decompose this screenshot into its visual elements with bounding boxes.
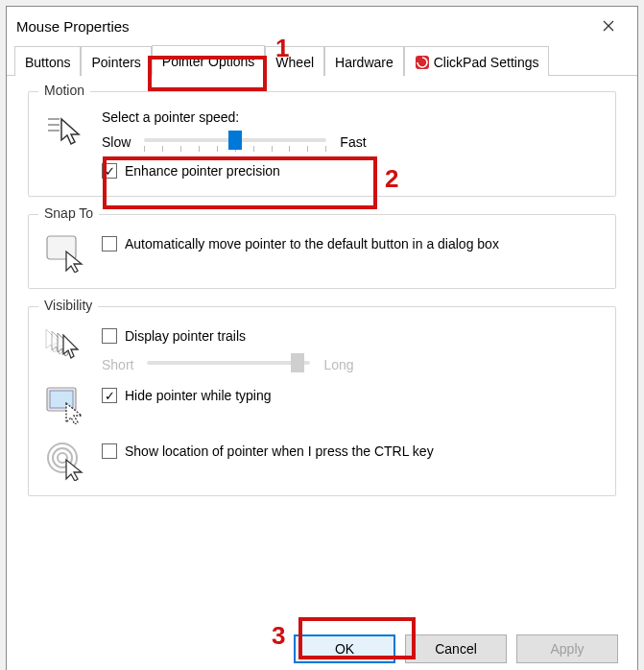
enhance-precision-label: Enhance pointer precision bbox=[125, 163, 280, 179]
snap-to-checkbox[interactable] bbox=[102, 236, 117, 251]
window-title: Mouse Properties bbox=[16, 18, 130, 35]
motion-icon bbox=[42, 109, 88, 152]
pointer-speed-slider[interactable] bbox=[144, 132, 326, 152]
group-snap-to: Snap To Automatically move pointer to th… bbox=[28, 214, 616, 289]
snap-to-icon bbox=[42, 232, 88, 275]
dialog-button-row: OK Cancel Apply bbox=[7, 623, 637, 670]
group-title-motion: Motion bbox=[38, 83, 90, 98]
group-title-snapto: Snap To bbox=[38, 205, 99, 221]
tab-label: Pointer Options bbox=[162, 54, 255, 69]
slider-thumb[interactable] bbox=[228, 131, 242, 150]
pointer-trails-slider bbox=[147, 355, 310, 374]
group-visibility: Visibility Display pointer trails bbox=[28, 306, 616, 496]
pointer-trails-icon bbox=[42, 324, 88, 367]
tab-label: ClickPad Settings bbox=[434, 55, 539, 70]
cancel-button[interactable]: Cancel bbox=[405, 634, 507, 663]
short-label: Short bbox=[102, 357, 133, 372]
pointer-trails-checkbox[interactable] bbox=[102, 328, 117, 344]
group-title-visibility: Visibility bbox=[38, 298, 98, 313]
tab-strip: Buttons Pointers Pointer Options Wheel H… bbox=[7, 45, 637, 76]
annotation-number-1: 1 bbox=[275, 34, 289, 63]
tab-label: Buttons bbox=[25, 55, 70, 70]
annotation-number-3: 3 bbox=[272, 621, 285, 651]
tab-wheel[interactable]: Wheel bbox=[265, 46, 324, 76]
tab-content: Motion Select a pointer speed: Slow bbox=[7, 76, 637, 623]
titlebar: Mouse Properties bbox=[7, 7, 637, 45]
pointer-speed-slider-row: Slow Fast bbox=[102, 132, 602, 152]
tab-label: Pointers bbox=[91, 55, 140, 70]
snap-to-label: Automatically move pointer to the defaul… bbox=[125, 236, 499, 251]
tab-clickpad-settings[interactable]: ClickPad Settings bbox=[404, 46, 550, 76]
ctrl-locate-checkbox[interactable] bbox=[102, 443, 117, 459]
ok-label: OK bbox=[335, 641, 354, 657]
hide-while-typing-icon bbox=[42, 384, 88, 426]
tab-hardware[interactable]: Hardware bbox=[324, 46, 404, 76]
tab-pointers[interactable]: Pointers bbox=[81, 46, 151, 76]
trails-slider-row: Short Long bbox=[102, 355, 602, 374]
apply-button[interactable]: Apply bbox=[516, 634, 618, 663]
annotation-number-2: 2 bbox=[385, 164, 398, 194]
tab-label: Hardware bbox=[335, 55, 394, 70]
clickpad-icon bbox=[415, 55, 430, 70]
apply-label: Apply bbox=[550, 641, 584, 657]
hide-while-typing-checkbox[interactable]: ✓ bbox=[102, 388, 117, 403]
long-label: Long bbox=[323, 357, 353, 372]
cancel-label: Cancel bbox=[435, 641, 477, 657]
tab-pointer-options[interactable]: Pointer Options bbox=[152, 45, 266, 76]
slider-thumb-disabled bbox=[291, 353, 304, 372]
enhance-precision-checkbox[interactable]: ✓ bbox=[102, 163, 117, 179]
slow-label: Slow bbox=[102, 134, 131, 150]
group-motion: Motion Select a pointer speed: Slow bbox=[28, 91, 616, 197]
mouse-properties-window: 1 2 3 Mouse Properties Buttons Pointers … bbox=[6, 6, 638, 670]
pointer-trails-label: Display pointer trails bbox=[125, 328, 246, 344]
ctrl-locate-icon bbox=[42, 440, 88, 482]
ok-button[interactable]: OK bbox=[294, 634, 395, 663]
ctrl-locate-label: Show location of pointer when I press th… bbox=[125, 443, 434, 459]
tab-buttons[interactable]: Buttons bbox=[14, 46, 81, 76]
hide-while-typing-label: Hide pointer while typing bbox=[125, 388, 272, 403]
close-button[interactable] bbox=[589, 12, 628, 39]
fast-label: Fast bbox=[340, 134, 366, 150]
pointer-speed-label: Select a pointer speed: bbox=[102, 109, 602, 125]
